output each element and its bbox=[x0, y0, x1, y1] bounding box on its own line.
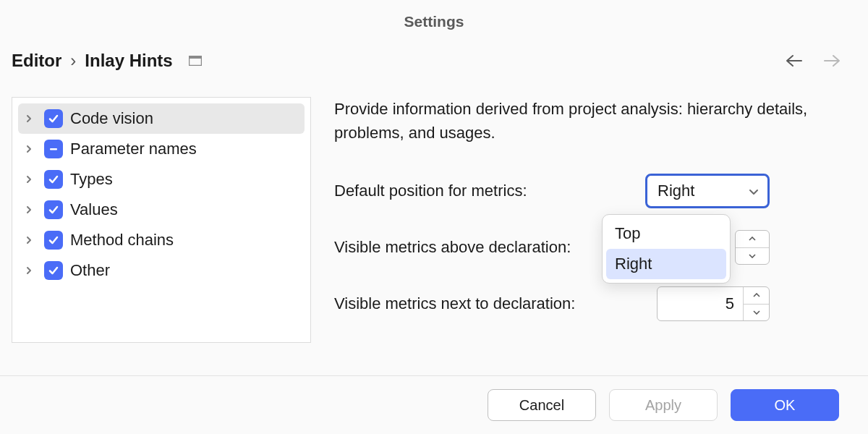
tree-panel: Code visionParameter namesTypesValuesMet… bbox=[12, 97, 311, 343]
visible-above-label: Visible metrics above declaration: bbox=[334, 238, 571, 257]
ok-button[interactable]: OK bbox=[731, 389, 839, 421]
nav-forward-button bbox=[823, 54, 842, 68]
tree-item-label: Code vision bbox=[70, 109, 153, 128]
tree-item[interactable]: Other bbox=[18, 255, 305, 286]
cancel-button[interactable]: Cancel bbox=[488, 389, 596, 421]
svg-rect-1 bbox=[189, 56, 201, 59]
tree-item-label: Parameter names bbox=[70, 140, 197, 158]
default-position-value: Right bbox=[658, 182, 694, 200]
checkbox[interactable] bbox=[44, 109, 63, 128]
visible-above-stepper[interactable] bbox=[735, 230, 770, 265]
checkbox[interactable] bbox=[44, 261, 63, 280]
breadcrumb-root[interactable]: Editor bbox=[12, 51, 61, 71]
checkbox[interactable] bbox=[44, 200, 63, 219]
breadcrumb-leaf: Inlay Hints bbox=[85, 51, 172, 71]
apply-button: Apply bbox=[609, 389, 718, 421]
breadcrumb-separator: › bbox=[70, 51, 76, 71]
default-position-combo[interactable]: Right bbox=[645, 174, 770, 208]
breadcrumb: Editor › Inlay Hints bbox=[12, 51, 202, 71]
checkbox[interactable] bbox=[44, 170, 63, 189]
tree-item-label: Other bbox=[70, 261, 110, 280]
stepper-up-icon[interactable] bbox=[744, 287, 769, 305]
chevron-right-icon[interactable] bbox=[25, 174, 37, 184]
checkbox[interactable] bbox=[44, 140, 63, 158]
visible-next-value: 5 bbox=[658, 294, 743, 313]
tree-item-label: Types bbox=[70, 170, 113, 189]
visible-next-stepper[interactable]: 5 bbox=[657, 286, 770, 321]
dropdown-option[interactable]: Top bbox=[606, 218, 726, 249]
tree-item[interactable]: Parameter names bbox=[18, 134, 305, 164]
stepper-down-icon[interactable] bbox=[736, 248, 769, 265]
stepper-down-icon[interactable] bbox=[744, 305, 769, 321]
default-position-dropdown[interactable]: TopRight bbox=[602, 214, 731, 284]
description-text: Provide information derived from project… bbox=[334, 97, 856, 145]
tree-item[interactable]: Values bbox=[18, 195, 305, 225]
chevron-right-icon[interactable] bbox=[25, 144, 37, 154]
nav-back-button[interactable] bbox=[784, 54, 803, 68]
visible-next-label: Visible metrics next to declaration: bbox=[334, 294, 575, 313]
dropdown-option[interactable]: Right bbox=[606, 249, 726, 279]
chevron-right-icon[interactable] bbox=[25, 235, 37, 245]
chevron-down-icon bbox=[749, 182, 759, 200]
svg-rect-2 bbox=[50, 148, 57, 150]
default-position-label: Default position for metrics: bbox=[334, 182, 527, 200]
page-title: Settings bbox=[0, 0, 868, 30]
tree-item[interactable]: Code vision bbox=[18, 103, 305, 134]
checkbox[interactable] bbox=[44, 231, 63, 250]
tree-item-label: Method chains bbox=[70, 231, 174, 250]
footer: Cancel Apply OK bbox=[0, 375, 868, 434]
chevron-right-icon[interactable] bbox=[25, 205, 37, 215]
tree-item[interactable]: Types bbox=[18, 164, 305, 195]
tree-item-label: Values bbox=[70, 200, 118, 219]
chevron-right-icon[interactable] bbox=[25, 114, 37, 124]
content-panel: Provide information derived from project… bbox=[334, 97, 856, 343]
detach-window-icon[interactable] bbox=[189, 56, 202, 66]
chevron-right-icon[interactable] bbox=[25, 265, 37, 276]
stepper-up-icon[interactable] bbox=[736, 231, 769, 248]
tree-item[interactable]: Method chains bbox=[18, 225, 305, 255]
